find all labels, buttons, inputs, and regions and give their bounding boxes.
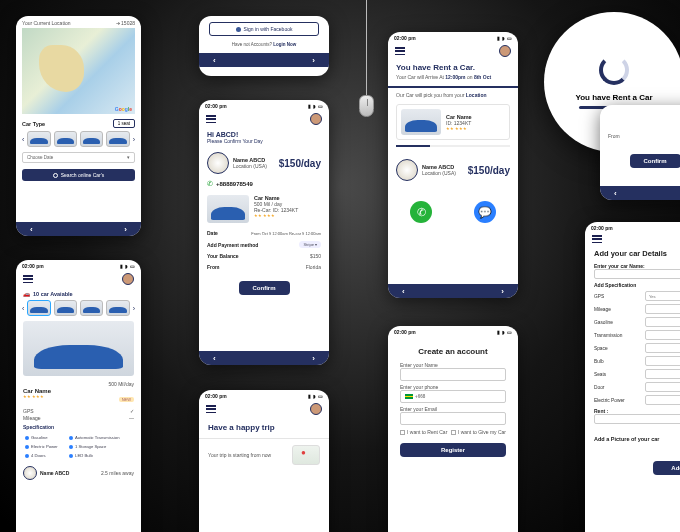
choose-date-select[interactable]: Choose Date▾ [22,152,135,163]
facebook-signin-button[interactable]: Sign in with Facebook [209,22,319,36]
nav-prev[interactable]: ‹ [213,56,216,65]
spec-title: Specification [16,424,141,432]
chevron-left-icon[interactable]: ‹ [22,305,24,312]
arrival-text: Your Car will Arrive At 12:00pm on 8th O… [396,74,510,80]
chevron-right-icon[interactable]: › [133,305,135,312]
rent-title: You have Rent a Car. [396,63,510,72]
create-account-title: Create an account [388,337,518,362]
bulb-input[interactable] [645,356,680,366]
chevron-left-icon[interactable]: ‹ [22,136,24,143]
nav-prev[interactable]: ‹ [30,225,33,234]
payment-method-chip[interactable]: Stripe ▾ [299,241,321,248]
search-cars-button[interactable]: Search online Car's [22,169,135,181]
menu-icon[interactable] [206,405,216,413]
nav-prev[interactable]: ‹ [213,354,216,363]
bottom-nav: ‹› [199,351,329,365]
register-button[interactable]: Register [400,443,506,457]
status-bar: 02:00 pm▮◗▭ [16,260,141,271]
car-name-input[interactable] [594,269,680,279]
nav-next[interactable]: › [501,287,504,296]
car-thumb-4[interactable] [106,131,129,147]
add-spec-label: Add Specification [594,282,680,288]
call-button[interactable]: ✆ [410,201,432,223]
balance-label: Your Balance [207,253,239,259]
car-type-label: Car Type [22,121,45,127]
checkbox-give[interactable]: I want to Give my Car [451,429,506,435]
nav-next[interactable]: › [312,56,315,65]
car-name: Car Name [23,388,51,394]
date-label: Date [207,230,218,236]
car-thumb-3[interactable] [80,300,103,316]
new-badge: NEW [119,397,134,402]
login-now-link[interactable]: Login Now [273,42,296,47]
menu-icon[interactable] [206,115,216,123]
available-count: 10 car Avaiable [33,291,73,297]
nav-prev[interactable]: ‹ [402,287,405,296]
chevron-right-icon[interactable]: › [133,136,135,143]
checkbox-rent[interactable]: I want to Rent Car [400,429,447,435]
car-thumb-4[interactable] [106,300,129,316]
menu-icon[interactable] [395,47,405,55]
car-thumb-1[interactable] [27,300,50,316]
gps-input[interactable]: Yes [645,291,680,301]
car-id: ID: 1234KT [446,120,472,126]
battery-icon: ▭ [318,103,323,109]
choose-date-label: Choose Date [27,155,53,160]
avatar[interactable] [310,403,322,415]
mileage-input[interactable] [645,304,680,314]
flag-icon [405,394,413,399]
car-thumb-3[interactable] [80,131,103,147]
name-input[interactable] [400,368,506,381]
user-photo [207,152,229,174]
trip-map: ● [292,445,320,465]
progress-track [396,145,510,147]
price-per-day: $150/day [279,158,321,169]
menu-icon[interactable] [592,235,602,243]
car-thumb-2[interactable] [54,131,77,147]
screen-location: Your Current Location ➔ 15028 Google Car… [16,16,141,236]
trip-title: Have a happy trip [199,419,329,436]
avatar[interactable] [310,113,322,125]
car-icon: 🚗 [23,290,30,297]
confirm-button[interactable]: Confirm [239,281,290,295]
confirm-button[interactable]: Confirm [630,154,681,168]
car-rating: ★★★★★ [254,213,298,218]
transmission-input[interactable] [645,330,680,340]
avatar[interactable] [122,273,134,285]
pin-icon: ● [301,448,306,457]
phone-input[interactable]: +668 [400,390,506,403]
gasoline-input[interactable] [645,317,680,327]
nav-next[interactable]: › [124,225,127,234]
space-input[interactable] [645,343,680,353]
car-rating: ★★★★★ [446,126,472,131]
door-input[interactable] [645,382,680,392]
wifi-icon: ◗ [313,103,316,109]
status-bar: 02:00 pm▮◗▭ [199,390,329,401]
seats-input[interactable] [645,369,680,379]
add-button[interactable]: Add [653,461,680,475]
screen-create-account: 02:00 pm▮◗▭ Create an account Enter your… [388,326,518,532]
status-bar: 02:00 pm▮◗▭ [199,100,329,111]
car-hero-image [23,321,134,376]
zip-code: ➔ 15028 [116,20,135,26]
loading-spinner-icon [599,55,629,85]
payment-label: Add Payment method [207,242,258,248]
car-thumb-2[interactable] [54,300,77,316]
spec-table: GasolineAutomatic Transmission Electric … [23,432,134,461]
search-icon [53,173,58,178]
car-thumb-1[interactable] [27,131,50,147]
map-view[interactable]: Google [22,28,135,114]
from-label: From [207,264,220,270]
nav-prev[interactable]: ‹ [614,189,617,198]
nav-next[interactable]: › [312,354,315,363]
seat-tag[interactable]: 1 seat [113,119,135,128]
electric-input[interactable] [645,395,680,405]
menu-icon[interactable] [23,275,33,283]
owner-name: Name ABCD [40,470,69,476]
message-button[interactable]: 💬 [474,201,496,223]
avatar[interactable] [499,45,511,57]
screen-add-car: 02:00 pm▮◗▭ Add your car Details Enter y… [585,222,680,532]
rent-input[interactable] [594,414,680,424]
email-input[interactable] [400,412,506,425]
screen-happy-trip: 02:00 pm▮◗▭ Have a happy trip Your trip … [199,390,329,532]
